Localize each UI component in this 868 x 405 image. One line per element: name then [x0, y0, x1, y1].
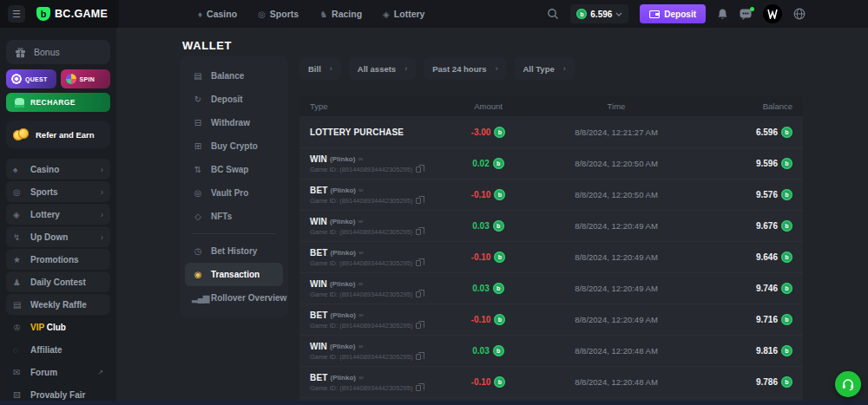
sidebar-item-affiliate[interactable]: ◌ Affiliate [6, 339, 110, 360]
copy-icon[interactable] [416, 198, 421, 204]
wallet-menu-buy-crypto[interactable]: ⊞ Buy Crypto [185, 134, 283, 158]
wallet-menu: ▤ Balance ↻ Deposit ⊟ Withdraw ⊞ Buy Cry… [180, 56, 288, 317]
main-content: WALLET ▤ Balance ↻ Deposit ⊟ Withdraw ⊞ … [116, 28, 868, 405]
wallet-menu-icon: ▂▄▆ [192, 293, 203, 303]
sidebar-item-promotions[interactable]: ★ Promotions [6, 249, 110, 270]
language-globe-icon[interactable] [793, 8, 806, 20]
table-row[interactable]: BET (Plinko) ∞ Game ID: (891440893444230… [299, 241, 803, 272]
chat-icon[interactable] [740, 9, 752, 20]
wallet-menu-vault-pro[interactable]: ◎ Vault Pro [185, 181, 283, 205]
table-row[interactable]: BET (Plinko) ∞ Game ID: (891440893444230… [299, 304, 803, 335]
wallet-menu-label: BC Swap [211, 165, 248, 174]
sidebar-item-forum[interactable]: ✉ Forum ↗ [6, 362, 110, 382]
copy-icon[interactable] [416, 323, 421, 329]
nav-icon: ◎ [258, 10, 266, 19]
sidebar-item-label: Up Down [30, 232, 97, 242]
copy-icon[interactable] [416, 229, 421, 235]
coin-icon: b [781, 283, 792, 294]
logo[interactable]: b BC.GAME [36, 7, 108, 21]
copy-icon[interactable] [416, 260, 421, 266]
sidebar-item-sports[interactable]: ◎ Sports › [6, 181, 110, 202]
copy-icon[interactable] [416, 385, 421, 391]
table-body: LOTTERY PURCHASE ∞ -3.00 b 8/8/2024, 12:… [299, 116, 803, 401]
topnav-sports[interactable]: ◎ Sports [258, 9, 299, 19]
bonus-button[interactable]: Bonus [6, 40, 110, 64]
topnav-lottery[interactable]: ◈ Lottery [383, 9, 424, 19]
wallet-menu-rollover-overview[interactable]: ▂▄▆ Rollover Overview [185, 286, 283, 310]
table-row[interactable]: WIN (Plinko) ∞ Game ID: (891440893444230… [299, 335, 803, 366]
wallet-menu-bc-swap[interactable]: ⇅ BC Swap [185, 158, 283, 181]
nav-label: Racing [332, 9, 362, 19]
sidebar-item-casino[interactable]: ♠ Casino › [6, 159, 110, 180]
sidebar-item-lottery[interactable]: ◈ Lottery › [6, 204, 110, 225]
wallet-menu-withdraw[interactable]: ⊟ Withdraw [185, 111, 283, 134]
bonus-label: Bonus [34, 47, 60, 57]
link-icon[interactable]: ∞ [358, 155, 363, 163]
page-title: WALLET [182, 39, 232, 52]
menu-icon[interactable]: ☰ [8, 5, 25, 23]
quest-button[interactable]: QUEST [6, 69, 56, 88]
coin-icon: b [781, 127, 792, 138]
transactions-table: Type Amount Time Balance LOTTERY PURCHAS… [299, 95, 803, 401]
link-icon[interactable]: ∞ [358, 343, 363, 350]
amount-value: -0.10 [471, 377, 491, 387]
table-row[interactable]: WIN (Plinko) ∞ Game ID: (891440893444230… [299, 147, 803, 179]
filter-past-24-hours[interactable]: Past 24 hours › [424, 57, 506, 80]
balance-value: 9.786 [756, 377, 778, 387]
filter-all-type[interactable]: All Type › [514, 57, 574, 80]
link-icon[interactable]: ∞ [358, 280, 363, 288]
link-icon[interactable]: ∞ [358, 218, 363, 225]
link-icon[interactable]: ∞ [358, 186, 364, 194]
table-row[interactable]: BET (Plinko) ∞ Game ID: (891440893444230… [299, 179, 803, 210]
topnav-racing[interactable]: ♞ Racing [319, 9, 362, 19]
balance-value: 9.646 [756, 252, 778, 262]
avatar[interactable] [763, 4, 782, 23]
filter-bill[interactable]: Bill › [299, 57, 341, 80]
support-chat-button[interactable] [835, 371, 861, 397]
table-row[interactable]: WIN (Plinko) ∞ Game ID: (891440893444230… [299, 272, 803, 304]
wallet-menu-icon: ⊞ [192, 141, 203, 151]
headset-icon [841, 378, 855, 391]
search-icon[interactable] [547, 8, 559, 20]
table-row[interactable]: BET (Plinko) ∞ Game ID: (891440893444230… [299, 366, 803, 397]
link-icon[interactable]: ∞ [358, 374, 364, 382]
chevron-right-icon: › [101, 187, 103, 197]
game-name: (Plinko) [331, 311, 356, 319]
table-row[interactable]: LOTTERY PURCHASE ∞ -3.00 b 8/8/2024, 12:… [299, 116, 803, 147]
transaction-type: BET [310, 373, 328, 382]
wallet-menu-bet-history[interactable]: ◷ Bet History [185, 239, 283, 263]
game-name: (Plinko) [331, 374, 356, 382]
sidebar-item-weekly-raffle[interactable]: ▤ Weekly Raffle [6, 294, 110, 315]
filter-all-assets[interactable]: All assets › [349, 57, 416, 80]
wallet-menu-balance[interactable]: ▤ Balance [185, 64, 283, 88]
spin-button[interactable]: SPIN [61, 69, 111, 88]
amount-value: 0.03 [472, 346, 489, 356]
notifications-bell-icon[interactable] [717, 8, 728, 20]
coin-icon: b [494, 314, 505, 325]
refer-and-earn-button[interactable]: Refer and Earn [6, 121, 110, 148]
game-name: (Plinko) [330, 343, 355, 350]
topnav-casino[interactable]: ♦ Casino [198, 9, 237, 19]
recharge-button[interactable]: RECHARGE [6, 93, 110, 112]
sidebar-item-icon: ◈ [13, 210, 30, 219]
wallet-menu-icon: ⊟ [192, 118, 203, 127]
sidebar-item-vip-club[interactable]: ♔ VIP Club [6, 317, 110, 337]
time-value: 8/8/2024, 12:20:48 AM [542, 346, 690, 356]
copy-icon[interactable] [416, 167, 421, 173]
copy-icon[interactable] [416, 291, 421, 297]
deposit-button[interactable]: Deposit [640, 4, 706, 23]
coin-icon: b [494, 127, 505, 138]
balance-selector[interactable]: b 6.596 [570, 4, 628, 23]
wallet-menu-nfts[interactable]: ◇ NFTs [185, 205, 283, 228]
link-icon[interactable]: ∞ [358, 311, 364, 319]
sidebar-item-daily-contest[interactable]: ♟ Daily Contest [6, 271, 110, 292]
copy-icon[interactable] [416, 354, 421, 360]
sidebar-item-up-down[interactable]: ↯ Up Down › [6, 226, 110, 247]
wallet-menu-label: Buy Crypto [211, 141, 258, 151]
table-row[interactable]: WIN (Plinko) ∞ Game ID: (891440893444230… [299, 210, 803, 241]
filter-label: Past 24 hours [432, 64, 486, 74]
chevron-down-icon [615, 12, 622, 16]
wallet-menu-deposit[interactable]: ↻ Deposit [185, 88, 283, 111]
wallet-menu-transaction[interactable]: ◉ Transaction [185, 263, 283, 286]
link-icon[interactable]: ∞ [358, 249, 364, 257]
